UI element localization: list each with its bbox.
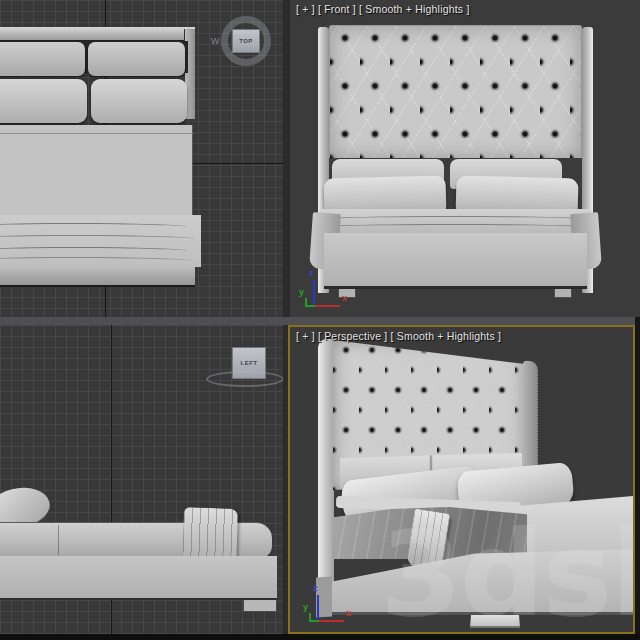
z-axis-line: [317, 595, 319, 621]
viewport-front[interactable]: [ + ] [ Front ] [ Smooth + Highlights ]: [290, 0, 640, 317]
bed-model-top-view[interactable]: [0, 27, 195, 289]
y-axis-label: y: [299, 287, 304, 297]
viewcube-face-top[interactable]: TOP: [232, 29, 260, 53]
viewport-layout: TOP W [ + ] [ Front ] [ Smooth + Highlig…: [0, 0, 640, 640]
tufted-headboard: [329, 25, 582, 158]
pillow: [88, 42, 185, 76]
bed-sheet: [320, 209, 591, 235]
y-axis-label: y: [303, 602, 308, 612]
viewcube-top[interactable]: TOP W: [221, 16, 271, 66]
bed-base: [0, 556, 277, 600]
fold-line: [0, 257, 191, 265]
mattress-seam: [58, 525, 59, 555]
window-edge-bottom: [0, 634, 640, 640]
viewcube-compass-west[interactable]: W: [211, 36, 220, 46]
window-edge-right: [635, 317, 640, 634]
viewport-top[interactable]: TOP W: [0, 0, 283, 317]
bed-headboard: [0, 27, 195, 41]
x-axis-label: x: [342, 293, 347, 303]
headboard-wing-left: [318, 338, 334, 587]
viewport-front-label[interactable]: [ + ] [ Front ] [ Smooth + Highlights ]: [296, 3, 470, 15]
x-axis-line: [318, 620, 344, 622]
bed-foot-rail: [0, 267, 195, 287]
bed-model-left-view[interactable]: [0, 475, 283, 634]
bed-foot: [243, 600, 277, 612]
fold-line: [0, 223, 187, 231]
bed-blanket: [0, 215, 201, 267]
z-axis-label: z: [313, 583, 318, 593]
sheet-fold-line: [0, 133, 193, 134]
viewcube-face-left[interactable]: LEFT: [232, 347, 266, 379]
y-axis-line: [305, 305, 315, 307]
fold-line: [326, 216, 584, 222]
viewport-splitter-horizontal[interactable]: [0, 317, 640, 325]
axis-tripod-front: z x y: [298, 268, 358, 316]
z-axis-label: z: [309, 268, 314, 278]
axis-tripod-perspective: z x y: [302, 583, 362, 631]
x-axis-label: x: [346, 608, 351, 618]
viewcube-left[interactable]: LEFT: [228, 345, 278, 395]
fold-line: [0, 235, 195, 243]
y-axis-line: [309, 620, 319, 622]
fold-line: [0, 247, 187, 255]
viewport-perspective-label[interactable]: [ + ] [ Perspective ] [ Smooth + Highlig…: [296, 330, 501, 342]
bed-foot-right: [554, 289, 572, 298]
viewport-left[interactable]: LEFT: [0, 325, 283, 634]
fold-line: [322, 224, 586, 230]
bed-model-front-view[interactable]: [318, 25, 593, 300]
z-axis-line: [313, 280, 315, 306]
bed-base: [324, 233, 587, 289]
pillow: [91, 79, 187, 123]
pillow: [0, 79, 87, 123]
x-axis-line: [314, 305, 340, 307]
pillow: [0, 42, 85, 76]
viewport-perspective[interactable]: [ + ] [ Perspective ] [ Smooth + Highlig…: [288, 325, 635, 634]
bed-foot: [470, 615, 520, 628]
